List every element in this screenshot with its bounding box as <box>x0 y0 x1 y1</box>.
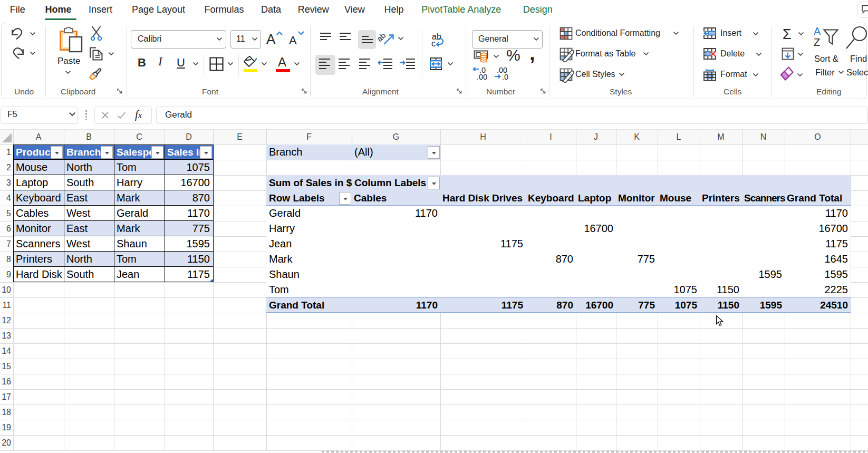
svg-text:.0: .0 <box>502 73 508 81</box>
svg-text:ab: ab <box>377 31 387 43</box>
svg-text:.00: .00 <box>477 73 487 81</box>
svg-text:c: c <box>431 39 436 47</box>
